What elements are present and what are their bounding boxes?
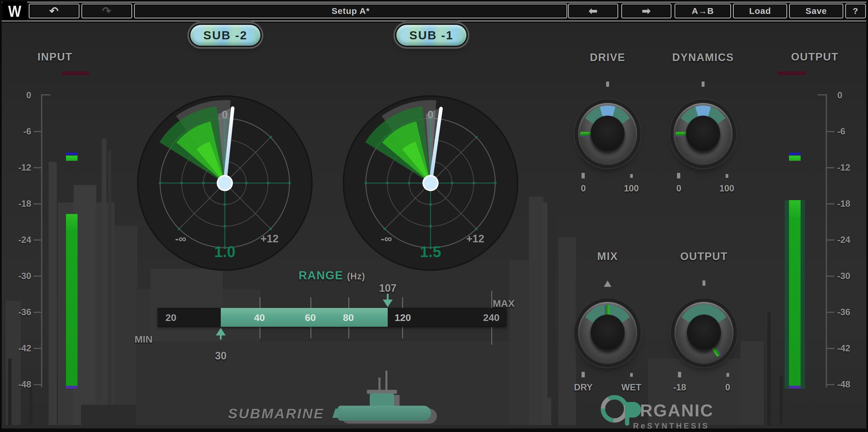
scale-tick-label: -42 <box>8 343 31 354</box>
input-level-bar <box>66 214 78 386</box>
dynamics-min-label: 0 <box>661 183 696 194</box>
scale-tick-label: -36 <box>8 307 31 318</box>
undo-button[interactable]: ↶ <box>29 4 79 18</box>
output-knob-unit: OUTPUT -18 0 <box>655 251 753 404</box>
knob-cap <box>591 314 625 351</box>
scale-tick-label: -6 <box>8 126 31 137</box>
range-track[interactable]: 20 40 60 80 120 240 <box>158 308 506 327</box>
help-button[interactable]: ? <box>845 4 866 18</box>
output-peak-segment <box>789 156 801 161</box>
meter-tick <box>827 312 834 313</box>
range-tick <box>310 327 311 338</box>
output-meter-scale-line <box>826 94 827 388</box>
input-meter-scale-line <box>41 94 42 388</box>
input-clip-led[interactable] <box>61 71 89 75</box>
sub2-gain-value[interactable]: 1.0 <box>214 243 235 260</box>
save-label: Save <box>806 6 827 16</box>
drive-knob[interactable] <box>578 103 637 165</box>
scale-tick-label: -24 <box>837 235 861 245</box>
sub1-gauge: 0 -∞ +12 1.5 <box>342 95 519 271</box>
range-low-handle[interactable] <box>216 328 226 339</box>
submarine-plugin-window: W ↶ ↷ Setup A* ⬅ ➡ A→B Load Save ? <box>0 0 868 432</box>
save-button[interactable]: Save <box>789 4 843 18</box>
redo-button[interactable]: ↷ <box>82 4 132 18</box>
help-label: ? <box>852 6 858 16</box>
range-scale-label: 40 <box>254 312 265 323</box>
meter-tick <box>34 203 41 204</box>
redo-icon: ↷ <box>102 5 112 18</box>
gauge-top-label: 0 <box>428 109 433 121</box>
output-knob-label: OUTPUT <box>655 251 753 263</box>
input-peak-hold-line <box>66 153 78 155</box>
range-scale-label: 80 <box>343 312 354 323</box>
arrow-left-icon: ⬅ <box>589 5 597 17</box>
preset-name: Setup A* <box>332 6 370 16</box>
load-button[interactable]: Load <box>733 4 787 18</box>
arrow-right-icon: ➡ <box>642 5 651 17</box>
submarine-periscope <box>385 371 388 393</box>
range-scale-label: 120 <box>395 312 411 323</box>
preset-name-bar[interactable]: Setup A* <box>134 4 567 18</box>
range-selected-band[interactable] <box>221 308 388 327</box>
input-bar-tip <box>66 386 78 389</box>
knob-max-tick <box>630 174 633 178</box>
meter-tick <box>818 94 827 95</box>
range-tick <box>310 297 311 308</box>
undo-icon: ↶ <box>50 5 59 18</box>
output-knob[interactable] <box>675 302 734 364</box>
next-preset-button[interactable]: ➡ <box>621 4 671 18</box>
sub2-button-label: SUB -2 <box>204 29 247 42</box>
a-to-b-button[interactable]: A→B <box>675 4 731 18</box>
range-title: RANGE (Hz) <box>274 269 390 282</box>
gauge-max-label: +12 <box>261 233 279 245</box>
waves-logo-icon[interactable]: W <box>2 2 27 20</box>
range-tick <box>402 297 403 308</box>
drive-label: DRIVE <box>558 52 657 64</box>
submarine-sail <box>370 393 394 406</box>
range-high-handle[interactable] <box>383 294 393 307</box>
scale-tick-label: -30 <box>837 271 861 281</box>
range-scale-label: 60 <box>305 312 316 323</box>
gauge-max-label: +12 <box>466 233 484 245</box>
scale-tick-label: -18 <box>8 199 31 209</box>
knob-cap <box>591 116 625 152</box>
meter-tick <box>827 203 834 204</box>
range-low-value: 30 <box>215 350 226 362</box>
prev-preset-button[interactable]: ⬅ <box>568 4 618 18</box>
meter-tick <box>34 131 41 132</box>
range-tick <box>491 327 492 345</box>
range-scale-label: 240 <box>483 312 500 323</box>
drive-knob-unit: DRIVE 0 100 <box>558 52 657 205</box>
sub1-toggle-button[interactable]: SUB -1 <box>396 25 466 46</box>
sub1-button-label: SUB -1 <box>409 29 454 42</box>
mix-knob[interactable] <box>578 302 637 364</box>
knob-max-tick <box>726 373 729 377</box>
sub2-toggle-button[interactable]: SUB -2 <box>190 25 260 46</box>
sub1-gain-value[interactable]: 1.5 <box>420 243 441 260</box>
handle-arrow-up-icon <box>216 328 226 335</box>
scale-tick-label: 0 <box>837 90 861 101</box>
meter-tick <box>827 348 834 349</box>
scale-tick-label: -12 <box>8 163 31 173</box>
range-scale-label: 20 <box>165 312 177 323</box>
knob-top-tick <box>604 280 611 287</box>
output-meter-label: OUTPUT <box>786 51 843 63</box>
range-high-value: 107 <box>379 282 396 294</box>
meter-tick <box>827 275 834 277</box>
waveshell-toolbar: W ↶ ↷ Setup A* ⬅ ➡ A→B Load Save ? <box>2 2 866 22</box>
scale-tick-label: -18 <box>837 199 861 209</box>
handle-arrow-down-icon <box>383 300 393 307</box>
knob-min-tick <box>582 173 585 178</box>
drive-max-label: 100 <box>614 183 649 194</box>
output-clip-led[interactable] <box>778 71 806 75</box>
scale-tick-label: -42 <box>837 343 861 354</box>
mix-label: MIX <box>558 251 657 263</box>
meter-tick <box>827 131 834 132</box>
range-tick <box>348 297 349 308</box>
dynamics-knob[interactable] <box>674 103 733 165</box>
meter-tick <box>34 312 41 313</box>
knob-cap <box>686 116 720 152</box>
meter-tick <box>34 384 41 385</box>
knob-max-tick <box>630 373 633 377</box>
range-tick <box>491 291 492 308</box>
